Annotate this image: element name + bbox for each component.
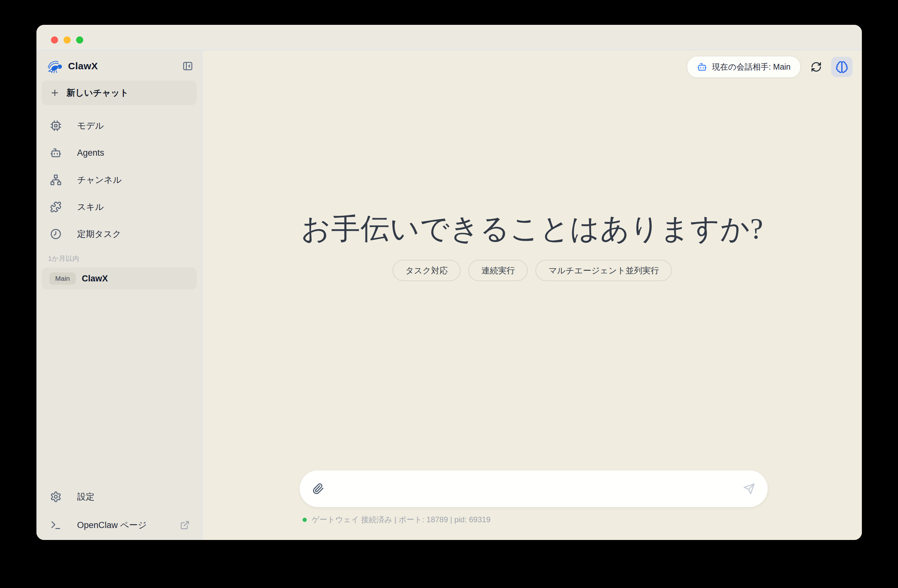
- puzzle-icon: [50, 201, 62, 213]
- terminal-icon: [50, 519, 62, 531]
- sidebar-item-models[interactable]: モデル: [37, 112, 202, 139]
- sidebar: ClawX 新しいチャット: [37, 50, 203, 540]
- traffic-lights: [51, 37, 83, 43]
- robot-icon: [50, 147, 62, 159]
- network-icon: [50, 174, 62, 186]
- refresh-icon: [810, 61, 822, 72]
- clock-icon: [50, 228, 62, 240]
- chip-continuous-run[interactable]: 連続実行: [468, 260, 528, 281]
- sidebar-item-label: チャンネル: [77, 174, 121, 186]
- close-button[interactable]: [51, 37, 58, 43]
- headline: お手伝いできることはありますか?: [203, 212, 862, 246]
- composer: [300, 470, 768, 507]
- logo-row: ClawX: [46, 58, 195, 74]
- sidebar-item-label: モデル: [77, 120, 104, 132]
- current-agent-pill[interactable]: 現在の会話相手: Main: [687, 56, 801, 78]
- zoom-button[interactable]: [76, 37, 83, 43]
- sidebar-item-settings[interactable]: 設定: [37, 483, 202, 511]
- history-item-label: ClawX: [82, 274, 108, 284]
- gateway-status-text: ゲートウェイ 接続済み | ポート: 18789 | pid: 69319: [312, 514, 490, 525]
- history-item-clawx[interactable]: Main ClawX: [42, 267, 197, 290]
- screen: ClawX 新しいチャット: [0, 0, 898, 588]
- panel-collapse-icon: [182, 61, 193, 72]
- suggestion-chips: タスク対応 連続実行 マルチエージェント並列実行: [203, 260, 862, 281]
- new-chat-button[interactable]: 新しいチャット: [42, 81, 197, 105]
- chip-task-support[interactable]: タスク対応: [392, 260, 461, 281]
- current-agent-label: 現在の会話相手: Main: [712, 61, 790, 72]
- gear-icon: [50, 491, 62, 503]
- sidebar-spacer: [37, 290, 202, 483]
- sidebar-item-label: Agents: [77, 148, 104, 158]
- brain-icon: [835, 61, 848, 74]
- sidebar-item-skills[interactable]: スキル: [37, 193, 202, 221]
- cpu-icon: [50, 120, 62, 132]
- history-badge: Main: [49, 272, 76, 285]
- status-dot: [303, 518, 307, 522]
- send-button[interactable]: [742, 482, 756, 496]
- main-area: 現在の会話相手: Main: [203, 50, 862, 540]
- send-icon: [743, 483, 755, 495]
- sidebar-item-scheduled-tasks[interactable]: 定期タスク: [37, 221, 202, 247]
- sidebar-item-channels[interactable]: チャンネル: [37, 166, 202, 193]
- sidebar-collapse-button[interactable]: [181, 59, 195, 73]
- titlebar: [37, 25, 862, 50]
- paperclip-icon: [312, 483, 324, 494]
- app-name: ClawX: [68, 61, 98, 72]
- message-input[interactable]: [332, 479, 735, 499]
- plus-icon: [50, 88, 60, 98]
- robot-icon: [697, 62, 707, 72]
- openclaw-label: OpenClaw ページ: [77, 519, 147, 531]
- minimize-button[interactable]: [63, 37, 71, 43]
- refresh-button[interactable]: [809, 60, 824, 74]
- hero: お手伝いできることはありますか? タスク対応 連続実行 マルチエージェント並列実…: [203, 212, 862, 281]
- sidebar-item-openclaw-page[interactable]: OpenClaw ページ: [37, 511, 202, 539]
- sidebar-item-label: 定期タスク: [77, 228, 121, 240]
- sidebar-footer: 設定 OpenClaw ページ: [37, 483, 202, 540]
- settings-label: 設定: [77, 491, 94, 503]
- brain-button[interactable]: [831, 57, 852, 77]
- sidebar-nav: モデル Agents: [37, 112, 202, 247]
- app-window: ClawX 新しいチャット: [37, 25, 862, 540]
- content-row: ClawX 新しいチャット: [37, 50, 862, 540]
- sidebar-item-agents[interactable]: Agents: [37, 139, 202, 166]
- history-section-label: 1か月以内: [48, 254, 202, 263]
- gateway-statusbar: ゲートウェイ 接続済み | ポート: 18789 | pid: 69319: [303, 514, 490, 525]
- new-chat-label: 新しいチャット: [66, 87, 129, 99]
- header-controls: 現在の会話相手: Main: [687, 56, 852, 78]
- sidebar-item-label: スキル: [77, 201, 104, 213]
- attach-button[interactable]: [311, 482, 326, 496]
- chip-multi-agent-parallel[interactable]: マルチエージェント並列実行: [535, 260, 672, 281]
- lobster-logo-icon: [46, 59, 63, 73]
- external-link-icon: [180, 520, 190, 530]
